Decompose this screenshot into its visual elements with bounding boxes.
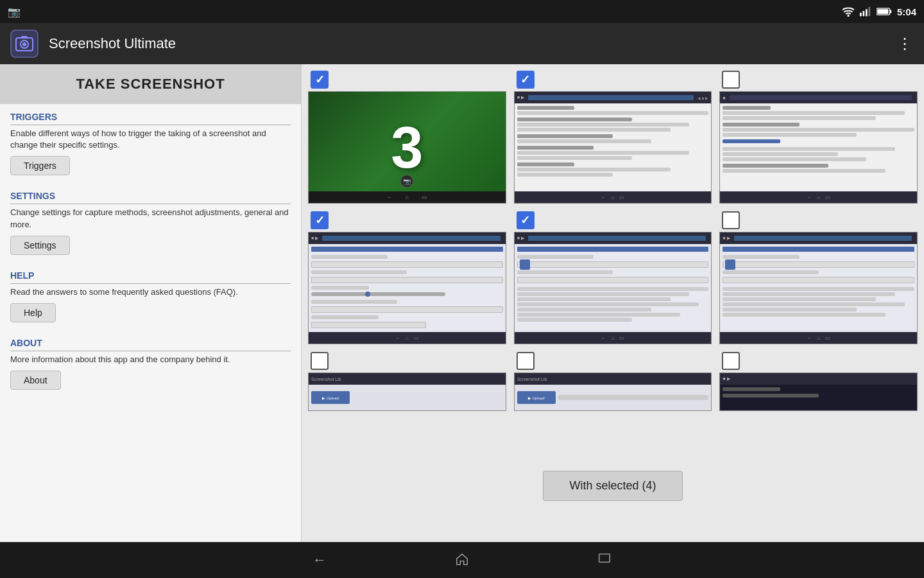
checkbox-7[interactable] bbox=[311, 352, 329, 370]
help-button[interactable]: Help bbox=[10, 303, 56, 322]
take-screenshot-button[interactable]: TAKE SCREENSHOT bbox=[0, 64, 301, 104]
svg-rect-3 bbox=[866, 9, 868, 16]
settings-button[interactable]: Settings bbox=[10, 236, 70, 255]
battery-icon bbox=[877, 7, 892, 16]
list-item: ■ ▶ bbox=[308, 211, 506, 344]
checkbox-2[interactable] bbox=[517, 71, 535, 89]
checkbox-wrapper-2 bbox=[514, 71, 535, 89]
about-title: ABOUT bbox=[10, 338, 291, 351]
checkbox-wrapper-3 bbox=[719, 71, 740, 89]
screenshot-thumb-1[interactable]: 3 📷 ← ⌂ ▭ bbox=[308, 91, 506, 204]
checkbox-wrapper-8 bbox=[514, 352, 535, 370]
screenshot-thumb-3[interactable]: ■ bbox=[719, 91, 918, 204]
home-button[interactable] bbox=[455, 552, 469, 569]
list-item: 3 📷 ← ⌂ ▭ bbox=[308, 71, 506, 204]
svg-rect-6 bbox=[890, 10, 892, 13]
checkbox-wrapper-6 bbox=[719, 211, 740, 229]
svg-point-10 bbox=[22, 42, 26, 46]
settings-desc: Change settings for capture methods, scr… bbox=[10, 207, 291, 230]
sidebar-section-about: ABOUT More information about this app an… bbox=[0, 330, 301, 398]
checkbox-9[interactable] bbox=[722, 352, 740, 370]
svg-point-0 bbox=[847, 15, 849, 17]
checkbox-6[interactable] bbox=[722, 211, 740, 229]
help-desc: Read the answers to some frequently aske… bbox=[10, 286, 291, 298]
with-selected-button[interactable]: With selected (4) bbox=[543, 471, 682, 501]
list-item: ■ ▶ bbox=[719, 211, 918, 344]
time-display: 5:04 bbox=[897, 6, 916, 17]
camera-status-icon: 📷 bbox=[8, 6, 21, 18]
list-item: ■ ▶ bbox=[514, 211, 712, 344]
svg-rect-4 bbox=[868, 7, 870, 16]
main-layout: TAKE SCREENSHOT TRIGGERS Enable differen… bbox=[0, 64, 924, 542]
screenshot-thumb-8[interactable]: Screenshot Lib ▶ Upload bbox=[514, 372, 712, 411]
checkbox-8[interactable] bbox=[517, 352, 535, 370]
wifi-icon bbox=[842, 6, 855, 17]
recents-button[interactable] bbox=[597, 551, 612, 569]
svg-rect-12 bbox=[599, 554, 610, 563]
gallery-area: 3 📷 ← ⌂ ▭ bbox=[302, 64, 924, 542]
screenshot-thumb-5[interactable]: ■ ▶ bbox=[514, 232, 712, 344]
screenshot-thumb-6[interactable]: ■ ▶ bbox=[719, 232, 918, 344]
svg-rect-1 bbox=[860, 13, 862, 16]
sidebar-section-settings: SETTINGS Change settings for capture met… bbox=[0, 183, 301, 262]
about-desc: More information about this app and the … bbox=[10, 354, 291, 365]
menu-button[interactable]: ⋮ bbox=[897, 35, 914, 53]
app-title: Screenshot Ultimate bbox=[49, 35, 176, 52]
checkbox-wrapper-5 bbox=[514, 211, 535, 229]
triggers-button[interactable]: Triggers bbox=[10, 156, 70, 175]
list-item: ■ ▶ ◀ ■ ▶ bbox=[514, 71, 712, 204]
triggers-desc: Enable different ways of how to trigger … bbox=[10, 128, 291, 151]
screenshot-thumb-2[interactable]: ■ ▶ ◀ ■ ▶ bbox=[514, 91, 712, 204]
screenshot-grid: 3 📷 ← ⌂ ▭ bbox=[308, 71, 918, 411]
sidebar-section-triggers: TRIGGERS Enable different ways of how to… bbox=[0, 104, 301, 183]
screenshot-thumb-9[interactable]: ■ ▶ bbox=[719, 372, 918, 411]
thumb-number: 3 bbox=[391, 114, 423, 180]
svg-rect-11 bbox=[21, 36, 28, 39]
list-item: ■ ▶ bbox=[719, 352, 918, 411]
with-selected-bar: With selected (4) bbox=[302, 466, 924, 506]
checkbox-5[interactable] bbox=[517, 211, 535, 229]
svg-rect-7 bbox=[877, 9, 888, 14]
checkbox-wrapper-4 bbox=[308, 211, 329, 229]
screenshot-thumb-7[interactable]: Screenshot Lib ▶ Upload bbox=[308, 372, 506, 411]
list-item: Screenshot Lib ▶ Upload bbox=[308, 352, 506, 411]
sidebar: TAKE SCREENSHOT TRIGGERS Enable differen… bbox=[0, 64, 302, 542]
list-item: ■ bbox=[719, 71, 918, 204]
checkbox-wrapper-7 bbox=[308, 352, 329, 370]
help-title: HELP bbox=[10, 270, 291, 284]
checkbox-4[interactable] bbox=[311, 211, 329, 229]
screenshot-thumb-4[interactable]: ■ ▶ bbox=[308, 232, 506, 344]
back-button[interactable]: ← bbox=[312, 552, 327, 568]
bottom-navigation: ← bbox=[0, 542, 924, 578]
status-bar: 📷 5:04 bbox=[0, 0, 924, 23]
checkbox-3[interactable] bbox=[722, 71, 740, 89]
svg-rect-2 bbox=[862, 11, 864, 16]
triggers-title: TRIGGERS bbox=[10, 112, 291, 125]
signal-icon bbox=[860, 6, 871, 17]
checkbox-wrapper-9 bbox=[719, 352, 740, 370]
checkbox-wrapper-1 bbox=[308, 71, 329, 89]
checkbox-1[interactable] bbox=[311, 71, 329, 89]
list-item: Screenshot Lib ▶ Upload bbox=[514, 352, 712, 411]
app-icon bbox=[10, 30, 38, 58]
sidebar-section-help: HELP Read the answers to some frequently… bbox=[0, 263, 301, 330]
settings-title: SETTINGS bbox=[10, 191, 291, 204]
about-button[interactable]: About bbox=[10, 371, 61, 390]
app-bar: Screenshot Ultimate ⋮ bbox=[0, 23, 924, 64]
